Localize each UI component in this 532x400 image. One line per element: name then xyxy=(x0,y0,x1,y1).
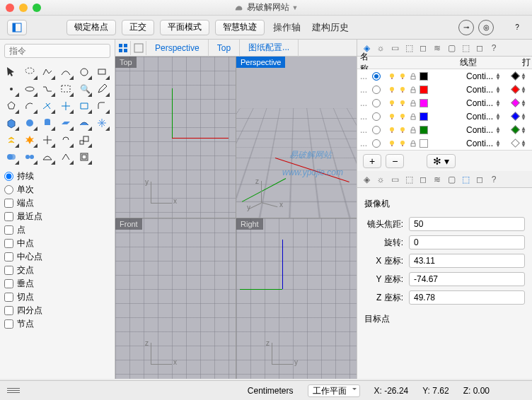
status-units[interactable]: Centimeters xyxy=(248,386,294,396)
polygon-tool[interactable] xyxy=(3,98,20,114)
mesh-tool[interactable] xyxy=(93,114,110,131)
point-tool[interactable] xyxy=(3,81,20,98)
polyline-tool[interactable] xyxy=(39,64,56,81)
maximize-button[interactable] xyxy=(33,4,41,12)
surface-tool[interactable] xyxy=(76,114,93,131)
smarttrack-button[interactable]: 智慧轨迹 xyxy=(215,20,265,35)
layer-row[interactable]: ... Conti... ▲▼ ▲▼ xyxy=(357,83,532,96)
color-swatch[interactable] xyxy=(420,112,428,121)
layer-current-radio[interactable] xyxy=(372,99,381,107)
lock-grid-button[interactable]: 锁定格点 xyxy=(66,20,116,35)
color-swatch[interactable] xyxy=(420,99,428,107)
color-swatch[interactable] xyxy=(420,72,428,81)
split-tool[interactable] xyxy=(57,98,74,114)
arc-tool[interactable] xyxy=(21,98,38,114)
panel2-icon[interactable]: ◻ xyxy=(473,173,486,186)
sidebar-toggle-button[interactable] xyxy=(7,20,27,35)
group-tool[interactable] xyxy=(21,148,38,165)
layer-current-radio[interactable] xyxy=(372,112,381,121)
stepper-icon[interactable]: ▲▼ xyxy=(495,127,504,134)
bulb2-icon[interactable] xyxy=(398,112,407,121)
help-icon[interactable]: ? xyxy=(509,20,525,35)
ellipse-tool[interactable] xyxy=(21,81,38,98)
key-icon[interactable]: ⊸ xyxy=(458,20,474,35)
bulb-icon[interactable] xyxy=(388,112,396,121)
osnap-perp-check[interactable] xyxy=(4,279,13,288)
lock-icon[interactable] xyxy=(409,72,417,81)
linetype-label[interactable]: Conti... xyxy=(466,112,493,122)
history-label[interactable]: 建构历史 xyxy=(309,21,352,34)
array-tool[interactable] xyxy=(57,148,74,165)
box-tool[interactable] xyxy=(3,114,20,131)
tween-tool[interactable] xyxy=(39,148,56,165)
tab-perspective[interactable]: Perspective xyxy=(146,40,209,57)
cplane-select[interactable]: 工作平面 xyxy=(308,384,360,397)
stepper2-icon[interactable]: ▲▼ xyxy=(521,127,529,134)
stepper-icon[interactable]: ▲▼ xyxy=(495,140,504,147)
plane-tool[interactable] xyxy=(57,114,74,131)
edit-tool[interactable] xyxy=(93,81,110,98)
hdr-linetype[interactable]: 线型 xyxy=(457,57,492,69)
stepper2-icon[interactable]: ▲▼ xyxy=(521,140,529,147)
print-diamond[interactable] xyxy=(511,125,520,134)
stepper-icon[interactable]: ▲▼ xyxy=(495,73,504,80)
layer-current-radio[interactable] xyxy=(372,86,381,94)
tab-top[interactable]: Top xyxy=(209,40,240,57)
gumball-label[interactable]: 操作轴 xyxy=(270,21,303,34)
move-tool[interactable] xyxy=(39,131,56,148)
osnap-point-check[interactable] xyxy=(4,225,13,235)
stepper2-icon[interactable]: ▲▼ xyxy=(521,86,529,93)
help-icon[interactable]: ? xyxy=(487,42,500,54)
circle-tool[interactable] xyxy=(76,64,93,81)
layer-current-radio[interactable] xyxy=(372,72,381,81)
stepper2-icon[interactable]: ▲▼ xyxy=(521,113,529,120)
linetype-label[interactable]: Conti... xyxy=(466,139,493,148)
remove-layer-button[interactable]: − xyxy=(386,154,404,168)
cube-icon[interactable]: ⬚ xyxy=(403,42,415,54)
add-layer-button[interactable]: + xyxy=(363,154,381,168)
vp-grid-icon[interactable] xyxy=(115,41,131,55)
display-icon[interactable]: ▢ xyxy=(445,42,458,54)
chevron-down-icon[interactable]: ▼ xyxy=(292,4,299,11)
bulb-icon[interactable] xyxy=(388,86,396,94)
focal-input[interactable] xyxy=(409,217,525,231)
osnap-end-check[interactable] xyxy=(4,199,13,208)
osnap-single-radio[interactable] xyxy=(4,185,13,194)
osnap-mid-check[interactable] xyxy=(4,239,13,248)
rotate-tool[interactable] xyxy=(57,131,74,148)
linetype-label[interactable]: Conti... xyxy=(466,71,493,81)
bulb2-icon[interactable] xyxy=(398,99,407,107)
layer-row[interactable]: ... Conti... ▲▼ ▲▼ xyxy=(357,110,532,123)
stepper2-icon[interactable]: ▲▼ xyxy=(521,73,529,80)
color-swatch[interactable] xyxy=(420,139,428,148)
bulb-icon[interactable] xyxy=(388,72,396,81)
color-swatch[interactable] xyxy=(420,86,428,94)
ortho-button[interactable]: 正交 xyxy=(122,20,154,35)
osnap-knot-check[interactable] xyxy=(4,319,13,329)
doc2-icon[interactable]: ▭ xyxy=(388,173,401,186)
contour-tool[interactable] xyxy=(39,81,56,98)
bulb2-icon[interactable] xyxy=(398,139,407,148)
lock-icon[interactable] xyxy=(409,112,417,121)
render2-icon[interactable]: ≋ xyxy=(431,173,444,186)
osnap-tan-check[interactable] xyxy=(4,293,13,302)
offset-tool[interactable] xyxy=(76,148,93,165)
print-diamond[interactable] xyxy=(511,112,520,121)
layer-row[interactable]: ... Conti... ▲▼ ▲▼ xyxy=(357,136,532,150)
command-input[interactable] xyxy=(4,44,110,58)
join-tool[interactable] xyxy=(76,98,93,114)
screen-icon[interactable]: ⬚ xyxy=(459,42,472,54)
print-diamond[interactable] xyxy=(511,139,520,148)
close-button[interactable] xyxy=(6,4,14,12)
sun-icon[interactable]: ☼ xyxy=(374,42,387,54)
stepper-icon[interactable]: ▲▼ xyxy=(495,113,504,120)
selection-tool[interactable] xyxy=(57,81,74,98)
bulb-icon[interactable] xyxy=(388,139,396,148)
stepper-icon[interactable]: ▲▼ xyxy=(495,86,504,93)
trim-tool[interactable] xyxy=(39,98,56,114)
layer-current-radio[interactable] xyxy=(372,139,381,148)
linetype-label[interactable]: Conti... xyxy=(466,85,493,95)
lock-icon[interactable] xyxy=(409,99,417,107)
sun2-icon[interactable]: ☼ xyxy=(374,173,387,186)
bulb2-icon[interactable] xyxy=(398,72,407,81)
